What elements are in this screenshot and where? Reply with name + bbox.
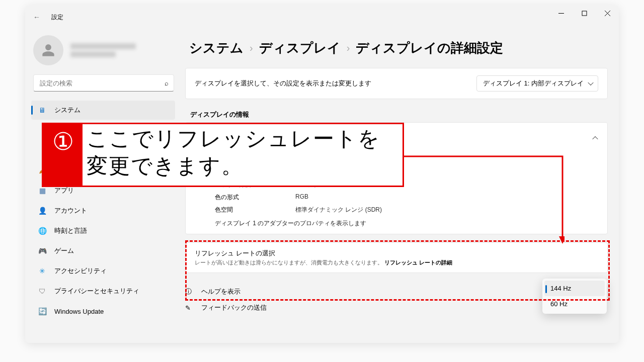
refresh-rate-more-link[interactable]: リフレッシュ レートの詳細 bbox=[384, 259, 452, 265]
search-icon: ⌕ bbox=[165, 79, 169, 87]
display-selector-hint: ディスプレイを選択して、その設定を表示または変更します bbox=[195, 79, 371, 88]
nav-label: プライバシーとセキュリティ bbox=[54, 287, 139, 296]
profile-text-blurred bbox=[70, 41, 136, 59]
profile[interactable] bbox=[33, 35, 181, 65]
nav-label: アカウント bbox=[54, 206, 87, 215]
chevron-right-icon: › bbox=[347, 42, 350, 54]
dropdown-item[interactable]: 144 Hz bbox=[544, 281, 605, 296]
svg-rect-1 bbox=[582, 11, 587, 16]
nav-item-a11y[interactable]: ✳アクセシビリティ bbox=[31, 261, 175, 281]
refresh-rate-card[interactable]: リフレッシュ レートの選択 レートが高いほど動きは滑らかになりますが、消費電力も… bbox=[185, 242, 608, 273]
feedback-icon: ✎ bbox=[185, 304, 193, 312]
nav-label: ゲーム bbox=[54, 246, 74, 255]
info-row: 色空間標準ダイナミック レンジ (SDR) bbox=[186, 204, 607, 216]
time-icon: 🌐 bbox=[38, 227, 46, 235]
nav-item-time[interactable]: 🌐時刻と言語 bbox=[31, 221, 175, 240]
annotation-text: ここでリフレッシュレートを変更できます。 bbox=[83, 124, 403, 186]
nav-label: 時刻と言語 bbox=[54, 226, 87, 235]
chevron-up-icon bbox=[592, 136, 598, 141]
page-title: ディスプレイの詳細設定 bbox=[356, 39, 503, 57]
refresh-rate-subtitle: レートが高いほど動きは滑らかになりますが、消費電力も大きくなります。 リフレッシ… bbox=[195, 259, 598, 266]
nav-item-privacy[interactable]: 🛡プライバシーとセキュリティ bbox=[31, 282, 175, 301]
display-picker[interactable]: ディスプレイ 1: 内部ディスプレイ bbox=[476, 75, 598, 92]
info-value: 標準ダイナミック レンジ (SDR) bbox=[295, 206, 382, 214]
close-button[interactable] bbox=[596, 5, 619, 21]
breadcrumb: システム › ディスプレイ › ディスプレイの詳細設定 bbox=[189, 39, 608, 57]
avatar bbox=[33, 35, 63, 65]
game-icon: 🎮 bbox=[38, 247, 46, 255]
titlebar: ← 設定 bbox=[25, 5, 619, 29]
dropdown-item[interactable]: 60 Hz bbox=[544, 296, 605, 312]
nav-item-system[interactable]: 🖥システム bbox=[31, 101, 175, 120]
info-value: RGB bbox=[295, 193, 308, 202]
section-display-info: ディスプレイの情報 bbox=[190, 110, 608, 119]
info-row: 色の形式RGB bbox=[186, 191, 607, 204]
crumb-display[interactable]: ディスプレイ bbox=[259, 39, 341, 57]
refresh-rate-title: リフレッシュ レートの選択 bbox=[195, 249, 598, 258]
display-selector-panel: ディスプレイを選択して、その設定を表示または変更します ディスプレイ 1: 内部… bbox=[185, 68, 608, 99]
privacy-icon: 🛡 bbox=[38, 287, 46, 295]
nav-label: アプリ bbox=[54, 186, 74, 195]
nav-label: アクセシビリティ bbox=[54, 266, 107, 276]
nav-label: Windows Update bbox=[54, 308, 104, 315]
apps-icon: ▦ bbox=[38, 187, 46, 195]
chevron-right-icon: › bbox=[250, 42, 253, 54]
system-icon: 🖥 bbox=[38, 106, 46, 114]
annotation-number: ① bbox=[43, 124, 83, 186]
account-icon: 👤 bbox=[38, 207, 46, 215]
help-icon: ⓘ bbox=[185, 287, 193, 296]
a11y-icon: ✳ bbox=[38, 267, 46, 275]
update-icon: 🔄 bbox=[38, 307, 46, 315]
back-button[interactable]: ← bbox=[33, 13, 51, 21]
maximize-button[interactable] bbox=[573, 5, 596, 21]
annotation-callout-1: ① ここでリフレッシュレートを変更できます。 bbox=[42, 123, 404, 187]
refresh-rate-dropdown[interactable]: 144 Hz60 Hz bbox=[542, 279, 607, 314]
window-title: 設定 bbox=[51, 13, 63, 22]
nav-label: システム bbox=[54, 106, 80, 115]
search-input[interactable] bbox=[39, 79, 165, 87]
nav-item-game[interactable]: 🎮ゲーム bbox=[31, 241, 175, 260]
adapter-properties-link[interactable]: ディスプレイ 1 のアダプターのプロパティを表示します bbox=[186, 216, 607, 234]
minimize-button[interactable] bbox=[549, 5, 573, 21]
search-box[interactable]: ⌕ bbox=[33, 74, 174, 92]
crumb-system[interactable]: システム bbox=[189, 39, 244, 57]
nav-item-update[interactable]: 🔄Windows Update bbox=[31, 302, 175, 321]
info-key: 色空間 bbox=[215, 206, 295, 214]
nav-item-account[interactable]: 👤アカウント bbox=[31, 201, 175, 220]
info-key: 色の形式 bbox=[215, 193, 295, 202]
